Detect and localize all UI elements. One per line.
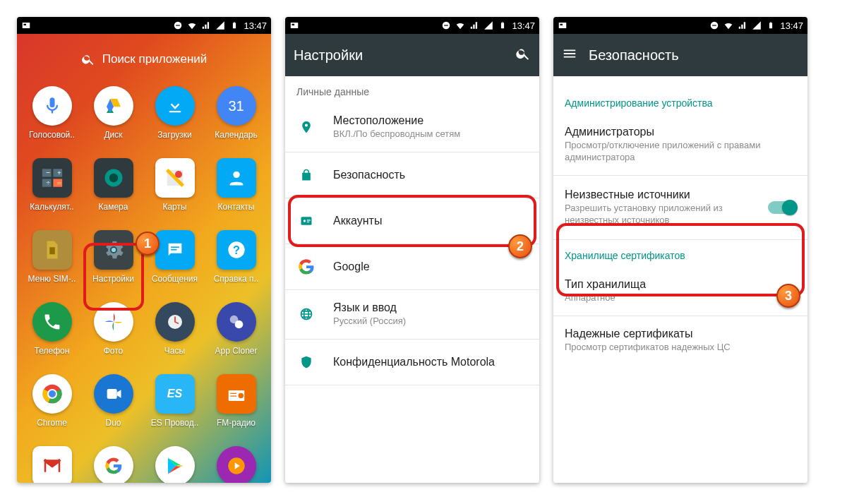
play-icon: [155, 446, 195, 483]
help-icon: ?: [217, 230, 256, 270]
app-clock[interactable]: Часы: [144, 299, 205, 370]
person-icon: [217, 158, 256, 198]
menu-icon[interactable]: [562, 46, 577, 65]
battery-icon: [498, 20, 507, 30]
google-icon: [296, 256, 316, 277]
svg-rect-41: [292, 24, 295, 25]
app-es[interactable]: ESES Провод..: [144, 371, 205, 442]
settings-row-globe[interactable]: Язык и вводРусский (Россия): [285, 290, 539, 339]
app-drive[interactable]: Диск: [83, 83, 144, 154]
search-icon: [81, 52, 95, 66]
app-label: Калькулят..: [30, 202, 73, 212]
chat-icon: [155, 230, 195, 270]
app-sim[interactable]: Меню SIM-..: [21, 227, 83, 298]
row-title: Язык и ввод: [333, 301, 528, 314]
app-mic[interactable]: Голосовой..: [21, 83, 83, 154]
signal2-icon: [215, 20, 225, 30]
svg-text:÷: ÷: [46, 179, 50, 186]
app-gmail[interactable]: Gmail: [21, 443, 83, 483]
appbar-title: Безопасность: [589, 47, 679, 64]
row-trusted-certs[interactable]: Надежные сертификаты Просмотр сертификат…: [553, 316, 807, 365]
search-apps[interactable]: Поиск приложений: [21, 45, 267, 73]
settings-body: Личные данные МестоположениеВКЛ./По бесп…: [285, 76, 539, 483]
row-sub: Аппаратное: [565, 292, 796, 304]
app-duo[interactable]: Duo: [83, 371, 144, 442]
settings-body: Администрирование устройства Администрат…: [553, 76, 807, 483]
svg-rect-53: [560, 24, 563, 25]
app-chrome[interactable]: Chrome: [21, 371, 83, 442]
app-radio[interactable]: FM-радио: [205, 371, 267, 442]
row-administrators[interactable]: Администраторы Просмотр/отключение прило…: [553, 114, 807, 175]
app-cal[interactable]: 31Календарь: [205, 83, 267, 154]
battery-icon: [766, 20, 776, 30]
radio-icon: [217, 374, 256, 414]
row-title: Неизвестные источники: [565, 188, 751, 201]
section-cert: Хранилище сертификатов: [553, 240, 807, 267]
svg-rect-19: [49, 247, 55, 254]
app-label: Голосовой..: [29, 130, 75, 140]
app-calc[interactable]: −+÷=Калькулят..: [21, 155, 83, 226]
app-play[interactable]: [144, 443, 205, 483]
svg-rect-22: [171, 249, 176, 251]
svg-point-28: [234, 320, 243, 329]
svg-rect-33: [107, 389, 116, 399]
settings-row-badge[interactable]: Аккаунты: [285, 198, 539, 244]
cal-icon: 31: [217, 86, 256, 126]
row-storage-type[interactable]: Тип хранилища Аппаратное: [553, 267, 807, 316]
app-label: Chrome: [37, 418, 67, 428]
row-title: Безопасность: [333, 169, 528, 181]
app-label: Сообщения: [152, 274, 198, 284]
svg-rect-1: [24, 24, 27, 25]
app-person[interactable]: Контакты: [205, 155, 267, 226]
app-label: Меню SIM-..: [28, 274, 76, 284]
row-title: Тип хранилища: [565, 278, 796, 291]
svg-rect-45: [503, 22, 504, 23]
screen-settings: 13:47 Настройки Личные данные Местополож…: [285, 17, 539, 483]
row-sub: Просмотр/отключение приложений с правами…: [565, 140, 796, 164]
app-maps[interactable]: Карты: [144, 155, 205, 226]
row-unknown-sources[interactable]: Неизвестные источники Разрешить установк…: [553, 176, 807, 239]
drive-icon: [94, 86, 133, 126]
screen-security: 13:47 Безопасность Администрирование уст…: [553, 17, 807, 483]
app-music[interactable]: [205, 443, 267, 483]
toggle-unknown-sources[interactable]: [768, 201, 796, 214]
signal-icon: [201, 20, 211, 30]
mic-icon: [32, 86, 72, 126]
settings-row-pin[interactable]: МестоположениеВКЛ./По беспроводным сетям: [285, 103, 539, 152]
svg-rect-21: [171, 246, 179, 248]
app-label: Фото: [104, 346, 124, 356]
app-phone[interactable]: Телефон: [21, 299, 83, 370]
app-label: Duo: [105, 418, 121, 428]
settings-row-google[interactable]: Google: [285, 244, 539, 289]
apps-grid: Голосовой..ДискЗагрузки31Календарь−+÷=Ка…: [21, 83, 267, 483]
svg-rect-56: [769, 23, 772, 28]
clock-text: 13:47: [512, 20, 535, 31]
svg-rect-5: [234, 22, 236, 23]
signal-icon: [738, 20, 747, 30]
settings-row-lock[interactable]: Безопасность: [285, 152, 539, 198]
row-sub: Разрешить установку приложений из неизве…: [565, 203, 734, 227]
appbar-title: Настройки: [294, 47, 363, 64]
row-title: Google: [333, 260, 528, 273]
signal-icon: [469, 20, 479, 30]
app-cloner[interactable]: App Cloner: [205, 299, 267, 370]
app-download[interactable]: Загрузки: [144, 83, 205, 154]
app-help[interactable]: ?Справка п..: [205, 227, 267, 298]
app-google[interactable]: [83, 443, 144, 483]
maps-icon: [155, 158, 195, 198]
settings-row-shield[interactable]: Конфиденциальность Motorola: [285, 340, 539, 385]
svg-rect-43: [445, 25, 449, 25]
dnd-icon: [441, 20, 451, 30]
app-gear[interactable]: Настройки: [83, 227, 144, 298]
clock-icon: [155, 302, 195, 342]
section-admin: Администрирование устройства: [553, 76, 807, 114]
app-label: Часы: [164, 346, 185, 356]
app-chat[interactable]: Сообщения: [144, 227, 205, 298]
pin-icon: [296, 120, 316, 134]
calc-icon: −+÷=: [32, 158, 72, 198]
search-icon[interactable]: [515, 46, 531, 65]
app-photos[interactable]: Фото: [83, 299, 144, 370]
app-label: Настройки: [92, 274, 134, 284]
svg-point-15: [109, 174, 118, 183]
app-camera[interactable]: Камера: [83, 155, 144, 226]
